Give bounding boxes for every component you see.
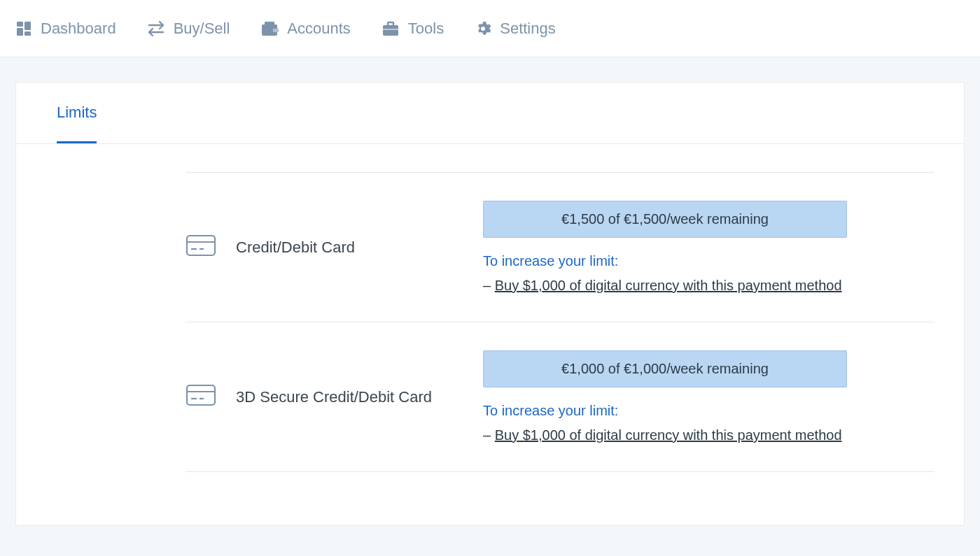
payment-method: Credit/Debit Card xyxy=(186,234,483,261)
nav-settings[interactable]: Settings xyxy=(475,20,556,38)
svg-rect-3 xyxy=(24,31,31,36)
svg-rect-0 xyxy=(17,22,23,27)
nav-tools[interactable]: Tools xyxy=(382,20,444,38)
limit-row: 3D Secure Credit/Debit Card €1,000 of €1… xyxy=(186,322,934,472)
limit-row: Credit/Debit Card €1,500 of €1,500/week … xyxy=(186,173,934,322)
svg-rect-10 xyxy=(383,25,398,36)
increase-heading: To increase your limit: xyxy=(483,253,847,269)
limits-panel: Limits Credit/Debit Card €1,500 of €1,50… xyxy=(15,82,965,526)
increase-action-link[interactable]: Buy $1,000 of digital currency with this… xyxy=(495,278,842,293)
dash: – xyxy=(483,427,495,443)
dashboard-icon xyxy=(15,20,32,37)
nav-buy-sell-label: Buy/Sell xyxy=(174,20,230,38)
svg-rect-9 xyxy=(273,29,279,32)
remaining-pill: €1,500 of €1,500/week remaining xyxy=(483,201,847,238)
dash: – xyxy=(483,278,495,293)
nav-buy-sell[interactable]: Buy/Sell xyxy=(147,20,230,38)
nav-accounts[interactable]: Accounts xyxy=(260,20,351,38)
nav-dashboard[interactable]: Dashboard xyxy=(15,20,116,38)
credit-card-icon xyxy=(186,384,216,411)
gear-icon xyxy=(475,20,491,37)
top-nav: Dashboard Buy/Sell Accounts xyxy=(0,0,980,57)
tab-limits[interactable]: Limits xyxy=(57,83,97,143)
svg-rect-2 xyxy=(17,28,23,36)
increase-line: – Buy $1,000 of digital currency with th… xyxy=(483,278,847,294)
nav-tools-label: Tools xyxy=(408,20,444,38)
limit-details: €1,000 of €1,000/week remaining To incre… xyxy=(483,350,847,443)
nav-settings-label: Settings xyxy=(500,20,556,38)
svg-rect-1 xyxy=(24,22,31,30)
payment-method-label: 3D Secure Credit/Debit Card xyxy=(236,388,432,406)
increase-heading: To increase your limit: xyxy=(483,403,847,419)
nav-dashboard-label: Dashboard xyxy=(41,20,116,38)
limit-details: €1,500 of €1,500/week remaining To incre… xyxy=(483,201,847,294)
briefcase-icon xyxy=(382,20,400,37)
payment-method-label: Credit/Debit Card xyxy=(236,238,355,257)
svg-point-13 xyxy=(481,27,485,31)
svg-rect-12 xyxy=(383,29,398,30)
svg-rect-11 xyxy=(388,22,393,26)
increase-action-link[interactable]: Buy $1,000 of digital currency with this… xyxy=(495,427,842,443)
nav-accounts-label: Accounts xyxy=(287,20,351,38)
limits-body: Credit/Debit Card €1,500 of €1,500/week … xyxy=(16,172,964,500)
remaining-pill: €1,000 of €1,000/week remaining xyxy=(483,350,847,387)
payment-method: 3D Secure Credit/Debit Card xyxy=(186,384,483,411)
credit-card-icon xyxy=(186,234,216,261)
svg-rect-14 xyxy=(187,236,215,255)
tab-bar: Limits xyxy=(16,83,964,144)
increase-line: – Buy $1,000 of digital currency with th… xyxy=(483,427,847,443)
swap-icon xyxy=(147,20,165,37)
svg-rect-18 xyxy=(187,385,215,405)
svg-rect-7 xyxy=(265,22,274,25)
wallet-icon xyxy=(260,20,279,37)
